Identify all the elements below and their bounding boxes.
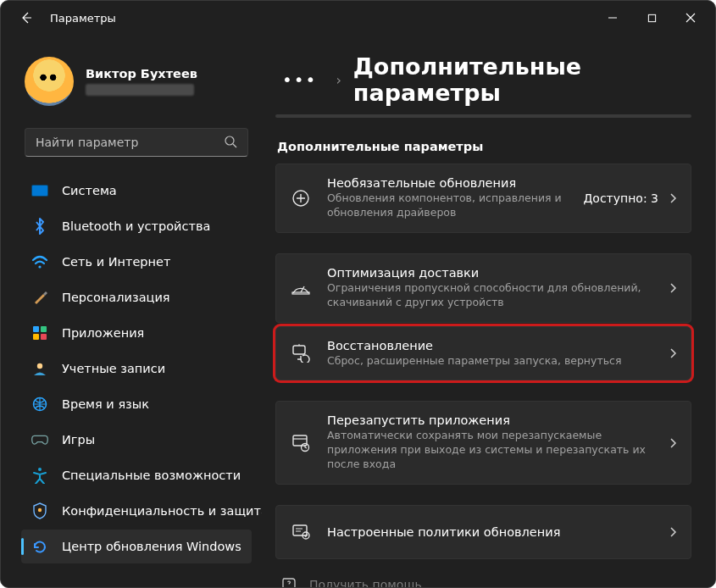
shield-icon: [31, 502, 48, 519]
svg-point-3: [37, 363, 42, 369]
profile-email-redacted: [86, 84, 194, 96]
sidebar-item-windows-update[interactable]: Центр обновления Windows: [21, 530, 252, 563]
svg-point-5: [38, 468, 42, 471]
sidebar-item-label: Учетные записи: [62, 362, 165, 375]
svg-rect-12: [293, 525, 307, 535]
back-arrow-icon: [19, 11, 33, 25]
card-optional-updates[interactable]: Необязательные обновления Обновления ком…: [275, 164, 691, 233]
card-restart-apps[interactable]: Перезапустить приложения Автоматически с…: [275, 401, 691, 485]
card-title: Перезапустить приложения: [327, 413, 653, 427]
gamepad-icon: [31, 431, 48, 448]
card-subtitle: Ограничения пропускной способности для о…: [327, 281, 653, 310]
back-button[interactable]: [14, 6, 38, 30]
plus-circle-icon: [290, 189, 312, 208]
avatar: [25, 57, 74, 106]
accessibility-icon: [31, 467, 48, 484]
available-count-badge: Доступно: 3: [583, 191, 658, 205]
update-icon: [31, 538, 48, 555]
profile-name: Виктор Бухтеев: [86, 67, 197, 80]
card-subtitle: Обновления компонентов, исправления и об…: [327, 191, 568, 220]
sidebar-item-bluetooth[interactable]: Bluetooth и устройства: [21, 209, 252, 243]
network-icon: [31, 253, 48, 270]
card-delivery-optimization[interactable]: Оптимизация доставки Ограничения пропуск…: [275, 253, 691, 323]
get-help-label: Получить помощь: [309, 578, 422, 587]
svg-rect-8: [292, 292, 309, 294]
nav-list: Система Bluetooth и устройства Сеть и Ин…: [21, 174, 252, 563]
sidebar-item-label: Игры: [62, 433, 95, 447]
chevron-right-icon: [669, 282, 677, 294]
section-title: Дополнительные параметры: [277, 140, 691, 153]
sidebar-item-system[interactable]: Система: [21, 174, 252, 208]
chevron-right-icon: [669, 347, 677, 359]
maximize-button[interactable]: [632, 4, 671, 31]
chevron-right-icon: ›: [336, 72, 341, 88]
sidebar-item-accounts[interactable]: Учетные записи: [21, 352, 252, 386]
svg-rect-9: [293, 346, 305, 354]
brush-icon: [31, 289, 48, 306]
page-title: Дополнительные параметры: [353, 53, 691, 106]
sidebar-item-label: Специальные возможности: [62, 469, 241, 482]
breadcrumb-overflow-button[interactable]: •••: [275, 66, 324, 93]
sidebar-item-label: Сеть и Интернет: [62, 255, 170, 269]
sidebar-item-time-language[interactable]: Время и язык: [21, 387, 252, 421]
get-help-link[interactable]: Получить помощь: [275, 576, 691, 587]
sidebar-item-label: Конфиденциальность и защита: [62, 504, 262, 518]
card-subtitle: Автоматически сохранять мои перезапускае…: [327, 429, 653, 472]
card-title: Настроенные политики обновления: [327, 525, 653, 539]
chevron-right-icon: [669, 437, 677, 449]
apps-icon: [31, 325, 48, 341]
sidebar-item-label: Система: [62, 184, 117, 197]
globe-icon: [31, 396, 48, 413]
sidebar-item-apps[interactable]: Приложения: [21, 316, 252, 350]
chevron-right-icon: [669, 526, 677, 538]
chevron-right-icon: [669, 192, 677, 204]
maximize-icon: [647, 14, 657, 23]
window-title: Параметры: [50, 12, 116, 25]
sidebar-item-label: Приложения: [62, 326, 144, 340]
settings-window: Параметры Виктор Бухтеев: [0, 0, 716, 588]
card-subtitle: Сброс, расширенные параметры запуска, ве…: [327, 354, 653, 369]
sidebar-item-label: Центр обновления Windows: [62, 540, 241, 553]
user-icon: [31, 360, 48, 377]
profile-block[interactable]: Виктор Бухтеев: [21, 48, 252, 121]
sidebar-item-label: Время и язык: [62, 397, 149, 411]
card-title: Необязательные обновления: [327, 176, 568, 190]
sidebar-item-accessibility[interactable]: Специальные возможности: [21, 458, 252, 492]
sidebar-item-personalization[interactable]: Персонализация: [21, 280, 252, 314]
search-input[interactable]: [36, 136, 224, 149]
recovery-icon: [290, 344, 312, 363]
help-icon: [280, 576, 297, 587]
policy-icon: [290, 524, 312, 541]
sidebar-item-label: Bluetooth и устройства: [62, 219, 210, 233]
search-icon: [224, 135, 239, 150]
speedometer-icon: [290, 280, 312, 296]
display-icon: [31, 182, 48, 199]
progress-bar: [275, 114, 691, 118]
minimize-icon: [608, 13, 618, 23]
sidebar-item-privacy[interactable]: Конфиденциальность и защита: [21, 494, 252, 528]
sidebar-item-label: Персонализация: [62, 291, 170, 304]
bluetooth-icon: [31, 218, 48, 235]
sidebar-item-network[interactable]: Сеть и Интернет: [21, 245, 252, 279]
svg-rect-10: [293, 435, 307, 446]
svg-point-1: [225, 136, 234, 145]
svg-rect-0: [648, 14, 655, 21]
close-button[interactable]: [671, 4, 710, 31]
apps-restart-icon: [290, 434, 312, 452]
main-content: ••• › Дополнительные параметры Дополните…: [262, 35, 715, 587]
sidebar-item-games[interactable]: Игры: [21, 423, 252, 457]
settings-card-list: Необязательные обновления Обновления ком…: [275, 164, 691, 559]
card-recovery[interactable]: Восстановление Сброс, расширенные параме…: [275, 326, 691, 381]
svg-point-6: [38, 508, 42, 512]
title-bar: Параметры: [1, 1, 715, 35]
card-update-policies[interactable]: Настроенные политики обновления: [275, 505, 691, 559]
minimize-button[interactable]: [593, 4, 632, 31]
search-input-wrapper[interactable]: [25, 128, 248, 157]
card-title: Восстановление: [327, 339, 653, 352]
svg-point-2: [38, 265, 41, 268]
breadcrumb: ••• › Дополнительные параметры: [275, 53, 691, 106]
sidebar: Виктор Бухтеев Система: [1, 35, 262, 587]
card-title: Оптимизация доставки: [327, 266, 653, 280]
close-icon: [685, 13, 696, 23]
